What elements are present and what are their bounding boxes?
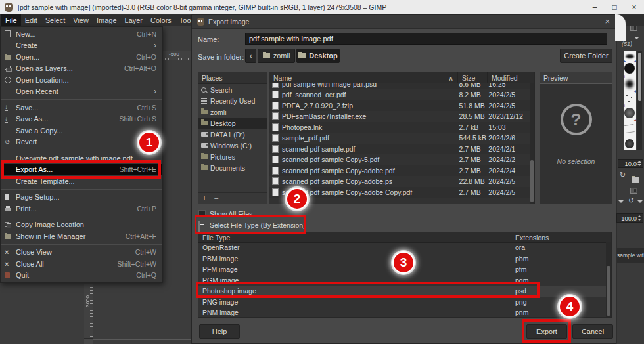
spinner-arrows-icon[interactable]	[637, 215, 641, 221]
menu-item-open-location[interactable]: Open Location...	[1, 74, 162, 86]
create-folder-button[interactable]: Create Folder	[560, 49, 612, 63]
place-windows-drive[interactable]: Windows (C:)	[198, 140, 267, 151]
brush-grid[interactable]: + + + + + +	[624, 51, 636, 150]
annotation-badge-4: 4	[559, 295, 581, 318]
annotation-badge-2: 2	[286, 188, 308, 210]
file-type-row[interactable]: PNM imagepnm	[198, 307, 606, 317]
chevron-down-icon[interactable]	[637, 200, 643, 203]
chevron-down-icon[interactable]	[634, 37, 639, 39]
menu-image[interactable]: Image	[93, 14, 121, 26]
place-search[interactable]: Search	[198, 84, 267, 95]
file-row[interactable]: PDFsamBasic7Installer.exe28.5 MB2023/12/…	[269, 111, 530, 122]
brush-thumbnail[interactable]	[626, 80, 633, 88]
printer-icon	[5, 208, 11, 211]
menu-item-close-all[interactable]: ×Close AllShift+Ctrl+W	[1, 258, 162, 270]
file-row[interactable]: scanned pdf sample Copy-adobe.ps22.8 MB2…	[269, 176, 530, 187]
menu-layer[interactable]: Layer	[121, 14, 147, 26]
menu-separator	[1, 99, 162, 100]
file-list-header: Name∧ Size Modified	[269, 72, 534, 84]
breadcrumb-back-button[interactable]: ‹	[245, 49, 256, 63]
opacity-spinner[interactable]: 100.0	[616, 213, 643, 223]
spinner-arrows-icon[interactable]	[637, 161, 641, 166]
maximize-button[interactable]: □	[605, 3, 624, 12]
menu-item-save-as[interactable]: ↓Save As...Shift+Ctrl+S	[1, 114, 162, 125]
chevron-down-icon[interactable]	[618, 200, 624, 203]
place-data1-drive[interactable]: DATA1 (D:)	[198, 129, 267, 140]
menu-edit[interactable]: Edit	[21, 14, 41, 26]
brush-scrollbar[interactable]	[637, 51, 642, 150]
cancel-button[interactable]: Cancel	[572, 324, 613, 339]
folder-icon	[201, 110, 208, 114]
brush-size-spinner[interactable]: 10.0	[618, 159, 643, 168]
menu-item-new[interactable]: New...Ctrl+N	[1, 28, 162, 40]
file-row[interactable]: scanned pdf sample Copy-adobe.pdf2.7 MB2…	[269, 165, 530, 177]
submenu-arrow-icon: ›	[154, 41, 156, 50]
brush-thumbnail[interactable]	[624, 63, 635, 74]
menu-item-save-a-copy[interactable]: Save a Copy...	[1, 125, 162, 137]
menu-item-show-in-file-manager[interactable]: Show in File ManagerCtrl+Alt+F	[1, 230, 162, 242]
brush-marker-icon: +	[624, 75, 626, 79]
brush-thumbnail[interactable]	[626, 95, 628, 96]
place-recently-used[interactable]: Recently Used	[198, 95, 267, 106]
place-documents[interactable]: Documents	[198, 162, 267, 173]
menu-item-print[interactable]: Print...Ctrl+P	[1, 203, 162, 215]
breadcrumb-desktop[interactable]: Desktop	[296, 49, 340, 63]
breadcrumb-zomli[interactable]: zomli	[258, 49, 295, 63]
refresh-icon[interactable]: ↻	[620, 171, 626, 179]
dialog-titlebar[interactable]: Export Image ×	[192, 15, 616, 29]
menu-item-quit[interactable]: QuitCtrl+Q	[1, 270, 162, 282]
menu-item-copy-image-location[interactable]: Copy Image Location	[1, 219, 162, 231]
menu-item-open[interactable]: Open...Ctrl+O	[1, 51, 162, 63]
folder-icon	[201, 165, 208, 170]
menu-item-close-view[interactable]: ×Close ViewCtrl+W	[1, 247, 162, 259]
brush-thumbnail[interactable]	[628, 101, 630, 102]
place-pictures[interactable]: Pictures	[198, 151, 267, 162]
file-row[interactable]: scanned pdf sample Copy-adobe Copy.pdf2.…	[269, 187, 530, 198]
file-type-scrollbar[interactable]	[606, 242, 611, 317]
add-place-button[interactable]: +	[198, 194, 210, 203]
brush-thumbnail[interactable]	[624, 124, 635, 133]
file-row[interactable]: pdf_scanned_ocr.pdf8.2 MB2024/2/5	[269, 89, 530, 100]
filename-input[interactable]	[245, 33, 607, 45]
image-tab[interactable]: sample with	[617, 248, 644, 263]
column-extensions[interactable]: Extensions	[511, 232, 608, 242]
menu-colors[interactable]: Colors	[147, 14, 175, 26]
file-row[interactable]: sample_pdf.pdf544.5 kB2024/2/6	[269, 133, 530, 144]
menu-item-page-setup[interactable]: Page Setup...	[1, 192, 162, 204]
file-list-scrollbar[interactable]	[530, 83, 534, 204]
dock-tab-menu-icon[interactable]	[630, 188, 637, 194]
menu-view[interactable]: View	[69, 14, 93, 26]
column-name[interactable]: Name∧	[269, 72, 458, 83]
menu-file[interactable]: File	[1, 14, 21, 26]
brush-thumbnail[interactable]	[626, 54, 634, 58]
file-row[interactable]: PDFA_2.7.0.920_2.fzip51.8 MB2024/2/5	[269, 100, 530, 112]
open-file-icon[interactable]	[632, 177, 639, 183]
brush-thumbnail[interactable]	[624, 108, 635, 118]
file-row[interactable]: Photopea.lnk2.7 kB15:03	[269, 122, 530, 133]
place-zomli[interactable]: zomli	[198, 106, 267, 118]
window-title: [pdf sample with image] (imported)-3.0 (…	[18, 3, 386, 11]
menu-item-open-recent[interactable]: Open Recent›	[1, 86, 162, 98]
menu-item-create[interactable]: Create›	[1, 40, 162, 52]
file-row[interactable]: scanned pdf sample.pdf2.7 MB2024/2/1	[269, 144, 530, 155]
column-size[interactable]: Size	[458, 72, 488, 83]
dialog-close-icon[interactable]: ×	[605, 16, 610, 26]
save-as-icon: ↓	[5, 116, 8, 123]
file-row[interactable]: pdf sample with image-pali.psd8.6 MB16:2…	[269, 83, 530, 89]
place-desktop[interactable]: Desktop	[198, 118, 267, 129]
file-row[interactable]: scanned pdf sample Copy-5.pdf2.7 MB2024/…	[269, 154, 530, 165]
reset-icon[interactable]: ↺	[628, 196, 634, 205]
menu-item-open-as-layers[interactable]: Open as Layers...Ctrl+Alt+O	[1, 63, 162, 75]
places-panel: Places Search Recently Used zomli Deskto…	[198, 72, 267, 204]
close-button[interactable]: ×	[624, 3, 644, 12]
file-icon	[272, 145, 279, 153]
brush-thumbnail[interactable]	[631, 97, 632, 98]
help-button[interactable]: Help	[199, 324, 240, 339]
menu-select[interactable]: Select	[41, 14, 70, 26]
minimize-button[interactable]: –	[585, 3, 605, 12]
menu-item-save[interactable]: ↓Save...Ctrl+S	[1, 102, 162, 114]
remove-place-button[interactable]: −	[210, 194, 222, 203]
brush-thumbnail[interactable]	[625, 139, 634, 148]
column-modified[interactable]: Modified	[488, 72, 531, 83]
folder-icon	[298, 53, 306, 58]
